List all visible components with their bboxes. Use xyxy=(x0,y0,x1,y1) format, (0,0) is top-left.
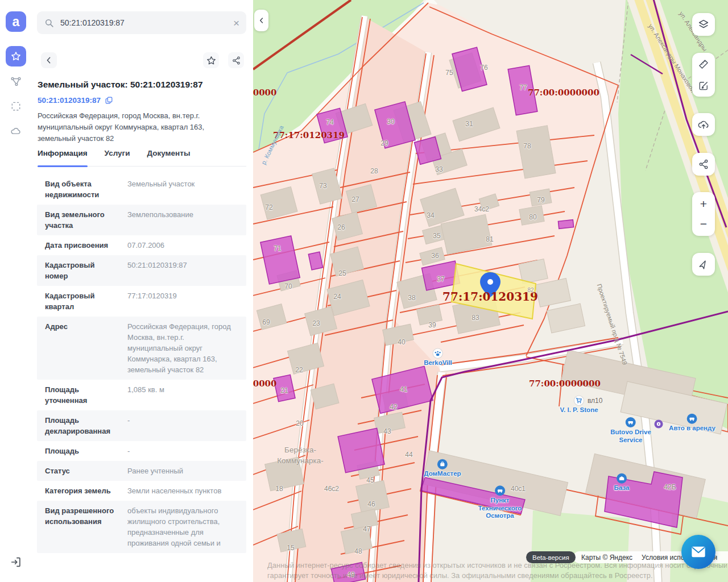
poi-label: BerkoVill xyxy=(424,359,452,367)
attributes-table: Вид объекта недвижимости Земельный участ… xyxy=(37,174,246,582)
polygon-nodes-icon xyxy=(10,75,22,88)
parcel-number: 39 xyxy=(428,321,436,329)
cadastral-number-text[interactable]: 50:21:0120319:87 xyxy=(38,96,101,105)
upload-button[interactable] xyxy=(692,113,715,136)
favorite-button[interactable] xyxy=(203,52,219,68)
table-row: Адрес Российская Федерация, город Москва… xyxy=(37,317,246,380)
table-row: Вид разрешенного использования объекты и… xyxy=(37,501,246,553)
shopping-bag-icon xyxy=(437,459,448,469)
parcel-number: 21 xyxy=(280,386,288,394)
paw-icon xyxy=(433,348,444,359)
disclaimer-line: гарантирует точность и не имеет юридичес… xyxy=(267,571,727,581)
parcel-number: 80 xyxy=(529,213,536,221)
tab-services[interactable]: Услуги xyxy=(105,149,130,166)
poi-baza[interactable]: База xyxy=(614,473,630,492)
row-label: Вид объекта недвижимости xyxy=(45,178,119,200)
exit-icon xyxy=(10,556,22,568)
row-label: Статус xyxy=(45,465,119,476)
parcel-number: 31 xyxy=(465,120,473,128)
row-value: 07.07.2006 xyxy=(127,240,238,251)
poi-inspection-point[interactable]: Пункт Технического Осмотра xyxy=(478,485,522,520)
car-icon xyxy=(495,485,506,496)
poi-line: Butovo Drive xyxy=(610,429,651,436)
poi-dommaster[interactable]: ДомМастер xyxy=(424,459,461,478)
zoom-in-button[interactable]: + xyxy=(692,193,715,215)
row-value: - xyxy=(127,446,238,456)
row-value: 50:21:0120319:87 xyxy=(127,260,238,281)
sidebar-item-cloud[interactable] xyxy=(6,121,26,142)
quarter-label: 77:00:0000000 xyxy=(528,88,599,98)
row-value: - xyxy=(127,415,238,436)
map-viewport[interactable]: 00:000000077:17:012031977:00:000000000:0… xyxy=(253,0,728,582)
car-wash-icon xyxy=(625,417,636,428)
dashed-square-icon xyxy=(10,101,22,112)
locate-button[interactable] xyxy=(692,253,715,276)
star-icon xyxy=(10,51,22,62)
parcel-number: 37 xyxy=(437,275,444,283)
row-label: Площадь уточненная xyxy=(45,384,119,406)
search-value[interactable]: 50:21:0120319:87 xyxy=(60,18,233,27)
sidebar-item-favorites[interactable] xyxy=(6,46,26,66)
tab-bar: Информация Услуги Документы xyxy=(38,149,246,167)
sidebar-item-select-area[interactable] xyxy=(6,96,26,117)
poi-car-rent[interactable]: Авто в аренду xyxy=(669,413,715,433)
ruler-button[interactable] xyxy=(698,53,709,75)
chevron-left-icon xyxy=(258,16,266,24)
parcel-number: 48 xyxy=(354,547,362,555)
layers-button[interactable] xyxy=(692,13,715,36)
ruler-icon xyxy=(698,59,709,70)
panel-header xyxy=(37,52,246,69)
poi-label: ДомМастер xyxy=(424,470,461,478)
zoom-group: + − xyxy=(692,192,715,236)
tab-information[interactable]: Информация xyxy=(38,149,88,166)
cadastral-number-link[interactable]: 50:21:0120319:87 xyxy=(38,96,113,105)
parcel-number: 76 xyxy=(480,64,487,72)
edit-button[interactable] xyxy=(698,75,709,97)
disclaimer-watermark: Данный интернет-ресурс собирает сведения… xyxy=(267,560,727,582)
app-logo[interactable]: a xyxy=(6,11,26,32)
row-value: Земли населенных пунктов xyxy=(127,485,238,496)
poi-berkovill[interactable]: BerkoVill xyxy=(424,348,452,367)
dot-icon xyxy=(654,419,664,429)
poi-line: Service xyxy=(610,436,651,444)
row-value: 1,085 кв. м xyxy=(127,384,238,406)
copy-icon[interactable] xyxy=(105,96,113,105)
clear-search-icon[interactable]: × xyxy=(233,18,239,28)
zoom-out-button[interactable]: − xyxy=(692,213,715,235)
parcel-number: 47 xyxy=(363,525,370,533)
table-row: Кадастровый квартал 77:17:0120319 xyxy=(37,286,246,317)
chat-button[interactable] xyxy=(681,535,715,569)
share-button[interactable] xyxy=(228,52,244,68)
poi-carsharing-dot[interactable] xyxy=(654,419,664,429)
parcel-number: 29 xyxy=(380,139,388,147)
parcel-number: 69 xyxy=(262,318,270,326)
poi-label: База xyxy=(614,484,630,492)
parcel-number: 15 xyxy=(287,544,294,552)
table-row: Кадастровый номер 50:21:0120319:87 xyxy=(37,255,246,286)
search-input[interactable]: 50:21:0120319:87 × xyxy=(37,11,246,34)
sidebar-item-layers-polygon[interactable] xyxy=(6,71,26,92)
row-label: Вид земельного участка xyxy=(45,209,119,231)
parcel-number: 24 xyxy=(333,293,341,301)
parcel-number: 36 xyxy=(431,252,439,260)
row-label: Площадь xyxy=(45,446,119,456)
row-value: Землепользование xyxy=(127,209,238,231)
parcel-number: 33 xyxy=(435,165,442,173)
poi-label: V. I. P. Stone xyxy=(560,406,598,414)
logout-button[interactable] xyxy=(7,554,24,571)
cart-icon xyxy=(574,395,585,406)
poi-line: Осмотра xyxy=(478,512,522,520)
collapse-panel-button[interactable] xyxy=(254,10,268,31)
poi-label: Пункт Технического Осмотра xyxy=(478,497,522,520)
row-label: Кадастровый квартал xyxy=(45,290,119,312)
parcel-number: 34 xyxy=(427,211,434,219)
parcel-number: 30 xyxy=(387,118,394,126)
quarter-label: 77:17:0120319 xyxy=(273,130,345,140)
tab-documents[interactable]: Документы xyxy=(147,149,191,166)
share-map-button[interactable] xyxy=(692,153,715,176)
poi-butovo-drive[interactable]: Butovo Drive Service xyxy=(610,417,651,444)
cloud-icon xyxy=(10,125,22,138)
parcel-number: 81 xyxy=(486,235,493,243)
row-label: Кадастровый номер xyxy=(45,260,119,281)
back-button[interactable] xyxy=(41,52,57,68)
